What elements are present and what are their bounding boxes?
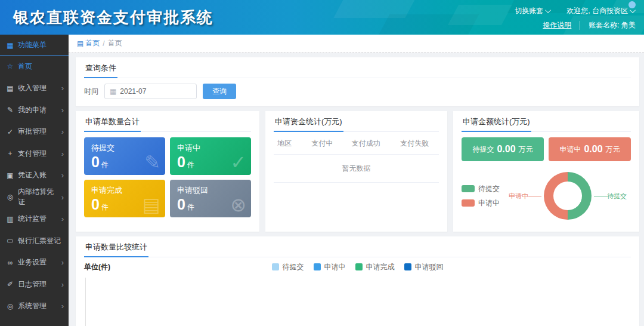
switch-account-dropdown[interactable]: 切换账套 <box>515 6 551 16</box>
search-button[interactable]: 查询 <box>203 84 236 99</box>
card-pending-submit[interactable]: 待提交 0件 ✎ <box>84 137 165 175</box>
list-check-icon: ✓ <box>230 151 246 174</box>
header-deco-shape <box>448 5 512 25</box>
sidebar-item-system[interactable]: ◎ 系统管理 › <box>0 296 69 318</box>
compare-chart-legend: 待提交 申请中 申请完成 申请驳回 <box>272 262 444 272</box>
amount-panel: 申请金额统计(万元) 待提交 0.00 万元 申请中 0.00 万元 <box>453 111 639 232</box>
donut-connector-line <box>594 196 607 196</box>
column-header: 支付成功 <box>342 133 390 155</box>
header-divider <box>580 21 580 30</box>
chevron-right-icon: › <box>61 84 64 93</box>
main-area: ▤ 首页 / 首页 查询条件 时间 ▦ 查询 <box>69 35 644 326</box>
document-icon: ▤ <box>6 84 14 93</box>
query-panel: 查询条件 时间 ▦ 查询 <box>76 57 639 106</box>
legend-swatch-salmon <box>462 199 475 207</box>
column-header: 支付中 <box>303 133 342 155</box>
sidebar: ▦ 功能菜单 ☆ 首页 ▤ 收入管理 › ✎ 我的申请 › ✓ 审批管理 › +… <box>0 35 69 326</box>
time-input[interactable]: ▦ <box>104 84 197 99</box>
star-icon: ☆ <box>6 62 14 70</box>
column-header: 地区 <box>274 133 303 155</box>
account-name-label: 账套名称: 角美 <box>589 20 636 30</box>
sidebar-item-approval[interactable]: ✓ 审批管理 › <box>0 121 69 143</box>
chevron-right-icon: › <box>61 127 64 136</box>
chevron-right-icon: › <box>61 302 64 310</box>
sidebar-menu-header: ▦ 功能菜单 <box>0 35 69 56</box>
briefcase-icon: ▣ <box>6 171 14 180</box>
compare-panel-title: 申请数量比较统计 <box>84 236 148 257</box>
chevron-right-icon: › <box>61 193 64 202</box>
sidebar-item-statistics[interactable]: ▥ 统计监管 › <box>0 208 69 230</box>
time-label: 时间 <box>84 87 98 97</box>
legend-item-in-progress[interactable]: 申请中 <box>314 262 346 272</box>
chevron-right-icon: › <box>61 171 64 180</box>
welcome-user-dropdown[interactable]: 欢迎您, 台商投资区 <box>566 6 636 16</box>
legend-item-pending[interactable]: 待提交 <box>462 184 504 194</box>
sidebar-item-log[interactable]: ✐ 日志管理 › <box>0 273 69 296</box>
time-input-field[interactable] <box>120 87 191 96</box>
sidebar-item-business-settings[interactable]: ∞ 业务设置 › <box>0 252 69 274</box>
edit-document-icon: ✎ <box>144 151 160 174</box>
unit-label: 单位(件) <box>84 262 110 272</box>
sidebar-item-voucher-entry[interactable]: ▣ 凭证入账 › <box>0 165 69 187</box>
app-header: 银农直联资金支付审批系统 切换账套 欢迎您, 台商投资区 操作说明 账套名称: … <box>0 0 644 35</box>
bar-chart-icon: ▥ <box>6 215 14 223</box>
card-in-progress[interactable]: 申请中 0件 ✓ <box>170 137 251 175</box>
amount-panel-title: 申请金额统计(万元) <box>462 111 531 132</box>
calendar-icon: ▦ <box>110 87 116 96</box>
card-icon: ▭ <box>6 236 14 245</box>
legend-item-rejected[interactable]: 申请驳回 <box>404 262 444 272</box>
link-icon: ∞ <box>6 259 14 267</box>
funds-panel: 申请资金统计(万元) 地区 支付中 支付成功 支付失败 暂无数据 <box>265 111 447 232</box>
sidebar-item-home[interactable]: ☆ 首页 <box>0 56 69 78</box>
document-reject-icon: ⊗ <box>230 193 246 216</box>
chevron-right-icon: › <box>61 106 64 115</box>
breadcrumb: ▤ 首页 / 首页 <box>69 35 644 53</box>
gear-icon: ◎ <box>6 193 14 201</box>
legend-item-progress[interactable]: 申请中 <box>462 198 504 208</box>
funds-panel-title: 申请资金统计(万元) <box>274 111 343 132</box>
legend-item-completed[interactable]: 申请完成 <box>355 262 395 272</box>
operation-guide-link[interactable]: 操作说明 <box>543 20 571 30</box>
donut-legend: 待提交 申请中 <box>462 184 504 208</box>
empty-data-text: 暂无数据 <box>274 155 439 183</box>
edit-icon: ✐ <box>6 280 14 288</box>
summary-panel-title: 申请单数量合计 <box>84 111 141 132</box>
legend-swatch-light-blue <box>272 263 279 270</box>
header-user-area: 切换账套 欢迎您, 台商投资区 操作说明 账套名称: 角美 <box>515 4 636 32</box>
check-icon: ✓ <box>6 128 14 136</box>
breadcrumb-home-link[interactable]: ▤ 首页 <box>77 38 100 48</box>
sidebar-item-income[interactable]: ▤ 收入管理 › <box>0 78 69 100</box>
donut-connector-line <box>528 196 541 196</box>
legend-swatch-green <box>355 263 363 270</box>
card-completed[interactable]: 申请完成 0件 ▤ <box>84 180 165 217</box>
chevron-right-icon: › <box>61 280 64 289</box>
donut-label-right: 待提交 <box>607 192 627 201</box>
document-icon: ▤ <box>77 39 83 48</box>
chevron-right-icon: › <box>61 214 64 223</box>
donut-chart[interactable] <box>544 172 592 220</box>
badge-pending-submit: 待提交 0.00 万元 <box>462 137 544 161</box>
donut-chart-area: 待提交 申请中 申请中 待提交 <box>462 166 631 226</box>
sidebar-item-my-applications[interactable]: ✎ 我的申请 › <box>0 99 69 121</box>
legend-swatch-dark-blue <box>404 263 411 270</box>
bar-chart-plot-area <box>85 278 630 326</box>
card-rejected[interactable]: 申请驳回 0件 ⊗ <box>170 180 251 217</box>
app-title: 银农直联资金支付审批系统 <box>13 7 213 28</box>
legend-swatch-blue <box>314 263 321 270</box>
document-icon: ▤ <box>143 193 160 216</box>
menu-grid-icon: ▦ <box>6 41 14 50</box>
chevron-down-icon <box>545 7 551 13</box>
breadcrumb-separator: / <box>103 39 104 48</box>
funds-table: 地区 支付中 支付成功 支付失败 暂无数据 <box>274 133 439 183</box>
sidebar-item-bank-draft[interactable]: ▭ 银行汇票登记 <box>0 230 69 252</box>
chevron-right-icon: › <box>61 258 64 267</box>
gear-icon: ◎ <box>6 302 14 310</box>
sidebar-item-payment[interactable]: + 支付管理 › <box>0 143 69 165</box>
content: 查询条件 时间 ▦ 查询 申请单数量合计 待提交 <box>69 53 644 326</box>
sidebar-item-internal-settlement[interactable]: ◎ 内部结算凭证 › <box>0 186 69 208</box>
query-panel-title: 查询条件 <box>84 57 117 78</box>
donut-label-left: 申请中 <box>509 192 528 201</box>
chevron-right-icon: › <box>61 149 64 158</box>
legend-item-pending-submit[interactable]: 待提交 <box>272 262 304 272</box>
compare-chart-panel: 申请数量比较统计 单位(件) 待提交 申请中 <box>76 236 639 326</box>
